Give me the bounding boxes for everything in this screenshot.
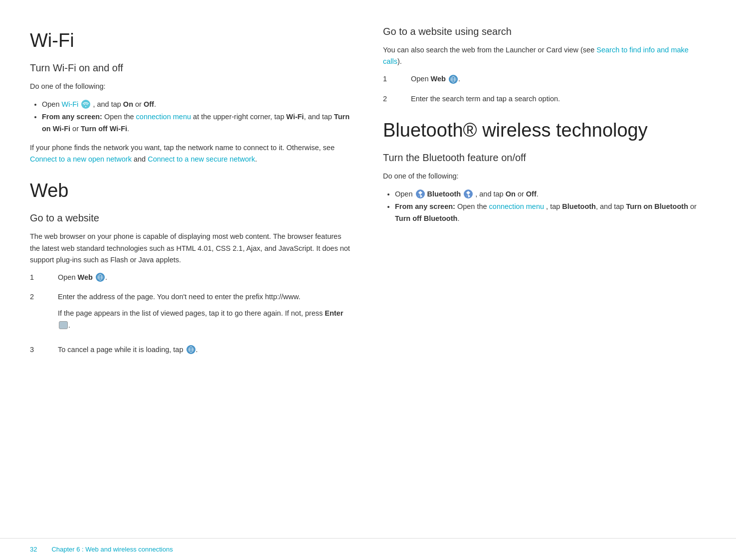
bluetooth-title: Bluetooth® wireless technology [383,120,706,141]
enter-bold: Enter [325,309,343,317]
bt-bluetooth-bold: Bluetooth [562,202,596,210]
step-num-3: 3 [30,344,46,356]
connection-menu-link-1[interactable]: connection menu [136,113,191,121]
bluetooth-do-following: Do one of the following: [383,171,706,182]
bluetooth-turn-title: Turn the Bluetooth feature on/off [383,152,706,164]
from-any-screen-bold: From any screen: [42,113,102,121]
wifi-period: . [255,155,257,163]
wifi-open-link[interactable]: Wi-Fi [62,100,79,108]
wifi-bold: Wi-Fi [286,113,304,121]
footer: 32 Chapter 6 : Web and wireless connecti… [0,538,736,560]
web-icon-search [449,75,458,84]
footer-text: 32 Chapter 6 : Web and wireless connecti… [30,546,173,553]
search-step-1-content: Open Web . [411,73,706,85]
bluetooth-icon [416,189,425,198]
step-3-content: To cancel a page while it is loading, ta… [58,344,353,356]
bluetooth-section: Bluetooth® wireless technology [383,120,706,141]
search-step-2-content: Enter the search term and tap a search o… [411,93,706,105]
on-bold: On [123,100,133,108]
goto-search-para1: You can also search the web from the Lau… [383,46,596,54]
off-bold: Off [144,100,154,108]
step-2-content: Enter the address of the page. You don't… [58,291,353,336]
wifi-bullets-list: Open Wi-Fi , and tap On or Off. From any… [30,98,353,135]
goto-search-title: Go to a website using search [383,26,706,37]
bt-bullet-2-rest1: Open the [457,202,489,210]
step-2-line1: Enter the address of the page. You don't… [58,291,353,303]
left-column: Wi-Fi Turn Wi-Fi on and off Do one of th… [30,15,353,508]
web-bold-search: Web [431,75,446,83]
web-steps-list: 1 Open Web . 2 En [30,272,353,356]
web-icon-3 [186,345,195,354]
web-title: Web [30,180,353,201]
bt-on-bold: On [506,190,516,198]
wifi-bullet-1: Open Wi-Fi , and tap On or Off. [42,98,353,111]
wifi-title: Wi-Fi [30,30,353,51]
turn-off-bt-bold: Turn off Bluetooth [395,214,457,222]
web-step-2: 2 Enter the address of the page. You don… [30,291,353,336]
wifi-do-following: Do one of the following: [30,81,353,92]
footer-spacer [39,546,50,553]
step-2-line2: If the page appears in the list of viewe… [58,308,353,331]
page-container: Wi-Fi Turn Wi-Fi on and off Do one of th… [0,0,736,560]
columns: Wi-Fi Turn Wi-Fi on and off Do one of th… [0,0,736,538]
search-step-2: 2 Enter the search term and tap a search… [383,93,706,105]
turn-off-wifi-bold: Turn off Wi-Fi [81,125,127,133]
bluetooth-bullet-2: From any screen: Open the connection men… [395,200,706,225]
wifi-icon [81,100,90,109]
bluetooth-bold: Bluetooth [427,190,461,198]
step-num-2: 2 [30,291,46,336]
wifi-section: Wi-Fi [30,30,353,51]
web-section: Web [30,180,353,201]
wifi-bullet-2: From any screen: Open the connection men… [42,111,353,135]
goto-search-para: You can also search the web from the Lau… [383,44,706,67]
enter-icon [59,321,68,329]
right-column: Go to a website using search You can als… [383,15,706,508]
search-step-1: 1 Open Web . [383,73,706,85]
bt-off-bold: Off [526,190,537,198]
wifi-and: and [132,155,148,163]
step-num-1: 1 [30,272,46,283]
wifi-bullet-1-rest: , and tap On or Off. [93,100,156,108]
turn-on-bt-bold: Turn on Bluetooth [626,202,688,210]
wifi-bullet-2-rest: Open the [104,113,136,121]
web-step-3: 3 To cancel a page while it is loading, … [30,344,353,356]
goto-search-para2: ). [397,57,402,65]
bt-open-label: Open [395,190,415,198]
search-step-num-2: 2 [383,93,399,105]
web-bold-1: Web [78,273,93,281]
wifi-turn-on-off-title: Turn Wi-Fi on and off [30,62,353,74]
goto-search-subsection: Go to a website using search You can als… [383,26,706,105]
goto-website-subsection: Go to a website The web browser on your … [30,212,353,356]
wifi-paragraph: If your phone finds the network you want… [30,142,353,165]
bluetooth-bullet-1: Open Bluetooth , and tap On or Off. [395,188,706,200]
svg-marker-15 [418,191,422,197]
wifi-para-text: If your phone finds the network you want… [30,144,335,152]
bluetooth-bullets-list: Open Bluetooth , and tap On or Off. From… [383,188,706,225]
goto-website-title: Go to a website [30,212,353,224]
goto-website-para: The web browser on your phone is capable… [30,231,353,266]
svg-marker-16 [466,191,470,197]
search-steps-list: 1 Open Web . 2 Enter the search term and… [383,73,706,104]
connection-menu-link-bt[interactable]: connection menu [489,202,544,210]
bluetooth-subsection: Turn the Bluetooth feature on/off Do one… [383,152,706,225]
bt-bullet-1-rest: , and tap On or Off. [475,190,539,198]
bluetooth-icon-2 [464,189,473,198]
wifi-subsection: Turn Wi-Fi on and off Do one of the foll… [30,62,353,165]
connect-secure-network-link[interactable]: Connect to a new secure network [148,155,255,163]
page-number: 32 [30,546,37,553]
web-icon-1 [96,273,105,282]
open-label: Open [42,100,62,108]
search-step-num-1: 1 [383,73,399,85]
web-step-1: 1 Open Web . [30,272,353,283]
chapter-text: Chapter 6 : Web and wireless connections [51,546,173,553]
step-1-content: Open Web . [58,272,107,283]
connect-open-network-link[interactable]: Connect to a new open network [30,155,132,163]
bt-from-any-screen: From any screen: [395,202,455,210]
